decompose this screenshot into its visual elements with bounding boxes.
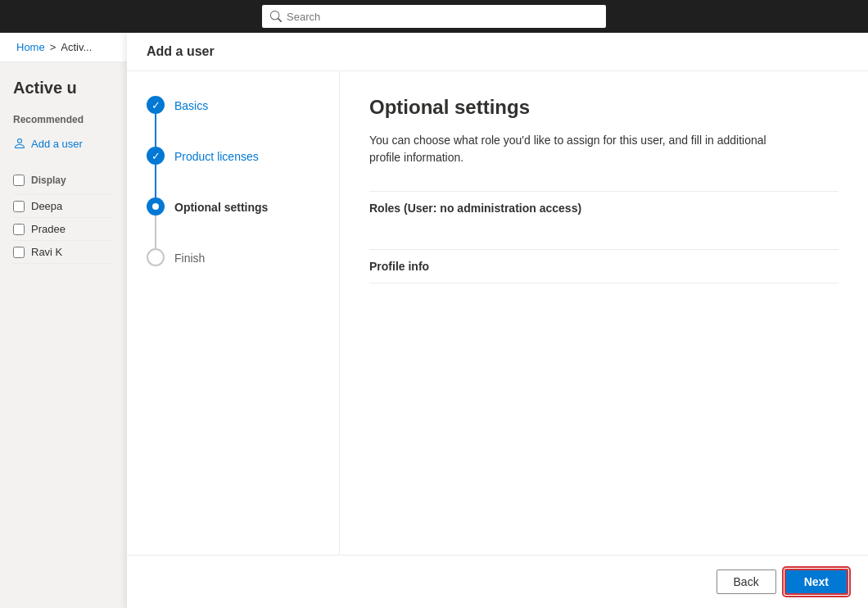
svg-point-0: [152, 203, 159, 210]
column-header: Display: [31, 171, 66, 189]
add-user-label: Add a user: [31, 138, 83, 150]
step-label-finish: Finish: [174, 250, 205, 265]
step-label-basics: Basics: [174, 98, 208, 112]
user-list: Display Deepa Pradee Ravi K: [13, 166, 114, 264]
step-circle-optional-settings: [147, 197, 165, 216]
search-icon: [270, 11, 282, 22]
main-layout: Active u Recommended Add a user Display …: [0, 62, 868, 608]
sidebar-recommended: Recommended: [13, 114, 114, 125]
step-finish: Finish: [147, 248, 319, 266]
wizard-header: Add a user: [127, 62, 868, 71]
breadcrumb-home[interactable]: Home: [16, 41, 45, 53]
step-label-optional-settings: Optional settings: [174, 199, 268, 214]
user-checkbox-ravik[interactable]: [13, 247, 25, 258]
left-sidebar: Active u Recommended Add a user Display …: [0, 62, 127, 608]
breadcrumb-active: Activ...: [61, 41, 92, 53]
table-row: Deepa: [13, 195, 114, 218]
content-panel: Optional settings You can choose what ro…: [340, 71, 868, 555]
table-row: Ravi K: [13, 241, 114, 264]
step-circle-product-licenses: [147, 147, 165, 165]
add-user-icon: [13, 137, 26, 150]
page-wrapper: Home > Activ... Active u Recommended Add…: [0, 33, 868, 608]
steps-panel: Basics Product licenses: [127, 71, 340, 555]
step-basics: Basics: [147, 96, 319, 147]
step-product-licenses: Product licenses: [147, 147, 319, 197]
next-button[interactable]: Next: [784, 569, 848, 595]
user-header-row: Display: [13, 166, 114, 195]
step-circle-finish: [147, 248, 165, 266]
user-name-ravik: Ravi K: [31, 246, 62, 258]
step-optional-settings: Optional settings: [147, 197, 319, 248]
content-title: Optional settings: [369, 96, 839, 119]
profile-info-section-header[interactable]: Profile info: [369, 249, 839, 284]
user-name-pradee: Pradee: [31, 223, 66, 235]
back-button[interactable]: Back: [717, 569, 776, 594]
user-checkbox-pradee[interactable]: [13, 224, 25, 235]
content-description: You can choose what role you'd like to a…: [369, 132, 795, 166]
user-checkbox-deepa[interactable]: [13, 201, 25, 212]
step-circle-basics: [147, 96, 165, 114]
breadcrumb-sep1: >: [50, 41, 57, 53]
user-name-deepa: Deepa: [31, 200, 62, 212]
select-all-checkbox[interactable]: [13, 175, 25, 186]
active-step-icon: [151, 202, 160, 211]
top-bar: [0, 0, 868, 33]
wizard-footer: Back Next: [127, 555, 868, 608]
step-label-product-licenses: Product licenses: [174, 148, 259, 163]
search-box[interactable]: [262, 5, 606, 28]
search-input[interactable]: [287, 11, 598, 23]
roles-section-header[interactable]: Roles (User: no administration access): [369, 191, 839, 225]
wizard-body: Basics Product licenses: [127, 71, 868, 555]
wizard-panel: Add a user Basics: [127, 62, 868, 608]
sidebar-title: Active u: [13, 79, 114, 98]
table-row: Pradee: [13, 218, 114, 241]
add-user-action[interactable]: Add a user: [13, 137, 114, 150]
